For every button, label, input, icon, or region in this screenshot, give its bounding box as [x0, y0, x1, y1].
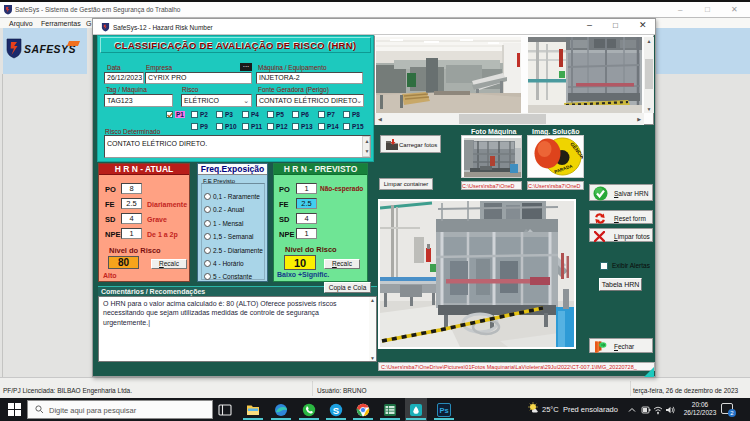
svg-text:S: S — [333, 405, 339, 416]
svg-text:Ps: Ps — [439, 406, 448, 415]
